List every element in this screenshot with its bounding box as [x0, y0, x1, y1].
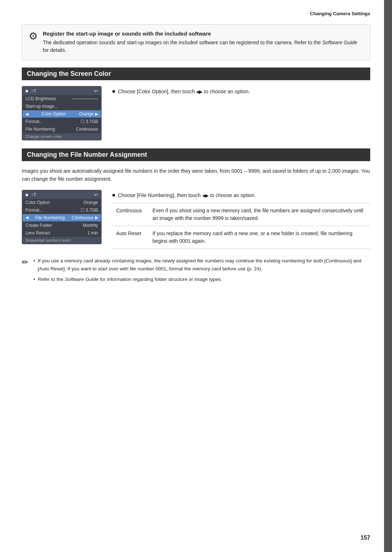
lcd2-row-filenumbering-label: File Numbering	[28, 215, 72, 220]
screen-color-desc: ● Choose [Color Option], then touch ◀▶ t…	[112, 86, 370, 98]
register-title: Register the start-up image or sounds wi…	[43, 30, 363, 37]
lcd2-row-createfolder-label: Create Folder	[25, 223, 83, 228]
note-icon: ✏	[22, 258, 28, 267]
lcd-screen-1: ■ ↑T ↩ LCD Brightness —————— Start-up Im…	[22, 86, 102, 140]
bullet-dot-1: ●	[112, 87, 116, 95]
lcd1-back-icon: ↩	[94, 88, 98, 94]
note-content: If you use a memory card already contain…	[33, 257, 370, 286]
register-body-before: The dedicated operation sounds and start…	[43, 40, 322, 45]
lcd2-row-format-label: Format...	[25, 208, 81, 213]
lcd2-footer: Sequential numbers even	[23, 237, 101, 244]
note-list: If you use a memory card already contain…	[33, 257, 370, 283]
autoreset-label: Auto Reset	[112, 226, 148, 249]
lcd1-row-coloroption-label: Color Option	[28, 111, 79, 116]
note-item-1: If you use a memory card already contain…	[33, 257, 370, 273]
lcd1-topbar-icons: ■ ↑T	[25, 88, 36, 94]
lcd2-row-filenumbering: ◀ File Numbering Continuous ▶	[23, 214, 101, 222]
bullet-dot-2: ●	[112, 191, 116, 199]
continuous-label: Continuous	[112, 203, 148, 226]
lcd2-row-lensretract: Lens Retract 1 min	[23, 229, 101, 237]
lcd2-arrow-left: ◀	[25, 215, 28, 220]
table-row-autoreset: Auto Reset If you replace the memory car…	[112, 226, 370, 249]
right-accent-bar	[384, 0, 392, 552]
lcd1-row-startup: Start-up Image...	[23, 103, 101, 110]
file-number-content: ■ ↑T ↩ Color Option Orange Format... ☐ 3…	[22, 190, 370, 249]
screen-color-bullet-text: Choose [Color Option], then touch ◀▶ to …	[118, 87, 250, 95]
lcd2-row-createfolder-value: Monthly	[83, 223, 98, 228]
file-number-bullet-text: Choose [File Numbering], then touch ◀▶ t…	[118, 191, 256, 199]
file-number-desc: ● Choose [File Numbering], then touch ◀▶…	[112, 190, 370, 249]
table-row-continuous: Continuous Even if you shoot using a new…	[112, 203, 370, 226]
note-item-2: Refer to the Software Guide for informat…	[33, 275, 370, 283]
file-number-heading: Changing the File Number Assignment	[22, 148, 370, 161]
register-text: Register the start-up image or sounds wi…	[43, 30, 363, 54]
register-italic: Software Guide	[322, 40, 358, 45]
lcd1-footer: Change screen color	[23, 133, 101, 140]
lcd1-row-filenumbering: File Numbering Continuous	[23, 126, 101, 133]
register-section: ⚙ Register the start-up image or sounds …	[22, 24, 370, 60]
screen-color-content: ■ ↑T ↩ LCD Brightness —————— Start-up Im…	[22, 86, 370, 140]
lcd2-row-coloroption: Color Option Orange	[23, 199, 101, 207]
lcd2-row-format-value: ☐ 3.7GB	[81, 208, 98, 213]
lcd2-row-coloroption-value: Orange	[83, 200, 98, 205]
lcd1-row-format: Format... ☐ 3.7GB	[23, 118, 101, 126]
register-body-after: for details.	[43, 47, 66, 53]
lcd1-icon-settings: ↑T	[31, 88, 36, 94]
lcd1-row-format-value: ☐ 3.7GB	[81, 119, 98, 124]
screen-color-heading: Changing the Screen Color	[22, 68, 370, 80]
lcd1-row-brightness-value: ——————	[72, 96, 98, 101]
lcd1-row-coloroption-value: Orange ▶	[79, 111, 98, 116]
screen-color-bullet: ● Choose [Color Option], then touch ◀▶ t…	[112, 87, 370, 95]
lcd-screen-2: ■ ↑T ↩ Color Option Orange Format... ☐ 3…	[22, 190, 102, 244]
screen-color-section: Changing the Screen Color ■ ↑T ↩ LCD Bri…	[22, 68, 370, 140]
lcd2-row-format: Format... ☐ 3.7GB	[23, 207, 101, 214]
lcd1-row-brightness: LCD Brightness ——————	[23, 95, 101, 103]
lcd2-icon-settings: ↑T	[31, 192, 36, 197]
lcd2-row-lensretract-label: Lens Retract	[25, 230, 87, 236]
file-number-bullet: ● Choose [File Numbering], then touch ◀▶…	[112, 191, 370, 199]
file-number-body: Images you shoot are automatically assig…	[22, 167, 370, 183]
lcd1-row-startup-label: Start-up Image...	[25, 104, 98, 109]
autoreset-desc: If you replace the memory card with a ne…	[148, 226, 370, 249]
lcd1-coloroption-text: Orange	[79, 111, 94, 116]
page-header: Changing Camera Settings	[22, 11, 370, 18]
lcd2-arrow-right: ▶	[95, 215, 98, 220]
lcd1-row-coloroption: ◀ Color Option Orange ▶	[23, 110, 101, 118]
lcd2-topbar-icons: ■ ↑T	[25, 192, 36, 197]
lcd1-row-brightness-label: LCD Brightness	[25, 96, 72, 101]
lcd2-row-filenumbering-value: Continuous ▶	[72, 215, 98, 220]
lcd2-row-createfolder: Create Folder Monthly	[23, 222, 101, 229]
lcd2-icon-camera: ■	[25, 192, 28, 197]
lcd2-back-icon: ↩	[94, 192, 98, 197]
register-body: The dedicated operation sounds and start…	[43, 39, 363, 54]
note-section: ✏ If you use a memory card already conta…	[22, 257, 370, 286]
lcd2-topbar: ■ ↑T ↩	[23, 191, 101, 199]
file-number-section: Changing the File Number Assignment Imag…	[22, 148, 370, 249]
lcd2-row-coloroption-label: Color Option	[25, 200, 83, 205]
header-title: Changing Camera Settings	[310, 11, 370, 16]
lcd1-arrow-right: ▶	[95, 112, 98, 116]
lcd1-row-filenumbering-value: Continuous	[76, 127, 98, 132]
continuous-desc: Even if you shoot using a new memory car…	[148, 203, 370, 226]
note-italic: Software Guide	[65, 277, 98, 282]
arrow-lr-1: ◀▶	[196, 89, 203, 95]
page-number: 157	[360, 535, 370, 541]
lcd2-row-lensretract-value: 1 min	[87, 230, 98, 236]
lcd1-arrow-left: ◀	[25, 112, 28, 116]
options-table: Continuous Even if you shoot using a new…	[112, 203, 370, 249]
arrow-lr-2: ◀▶	[202, 192, 209, 199]
lcd1-row-filenumbering-label: File Numbering	[25, 127, 76, 132]
register-icon: ⚙	[29, 31, 38, 41]
lcd1-icon-camera: ■	[25, 88, 28, 94]
lcd1-row-format-label: Format...	[25, 119, 81, 124]
lcd1-topbar: ■ ↑T ↩	[23, 87, 101, 95]
lcd2-filenumbering-text: Continuous	[72, 215, 94, 220]
